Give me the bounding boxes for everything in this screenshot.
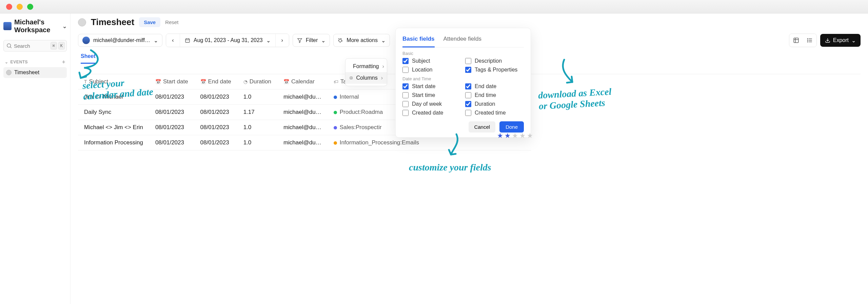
chk-end-time[interactable]: End time <box>465 92 524 98</box>
chk-subject[interactable]: Subject <box>402 58 461 64</box>
svg-point-14 <box>807 40 808 41</box>
chevron-right-icon: › <box>382 63 384 69</box>
list-icon <box>807 37 813 43</box>
page-title: Timesheet <box>91 17 134 27</box>
cell-start: 08/01/2023 <box>149 135 194 150</box>
popover-tab-attendee[interactable]: Attendee fields <box>443 34 481 47</box>
cell-end: 08/01/2023 <box>194 135 237 150</box>
star-icon[interactable]: ★ <box>527 131 533 140</box>
dot-icon <box>78 18 86 26</box>
cancel-button[interactable]: Cancel <box>469 121 495 133</box>
cell-start: 08/01/2023 <box>149 105 194 120</box>
calendar-icon <box>185 38 190 43</box>
mac-titlebar <box>0 0 868 14</box>
cell-subject: Michael <> Jim <> Erin <box>78 120 149 135</box>
star-icon[interactable]: ★ <box>505 131 511 140</box>
list-view-button[interactable] <box>803 34 816 47</box>
calendar-email: michael@dunder-miff… <box>93 37 150 43</box>
fullscreen-icon[interactable] <box>27 4 33 10</box>
filter-icon <box>297 38 302 43</box>
cell-end: 08/01/2023 <box>194 105 237 120</box>
export-button[interactable]: Export ⌄ <box>820 34 861 47</box>
cell-end: 08/01/2023 <box>194 89 237 105</box>
chk-created-date[interactable]: Created date <box>402 110 461 116</box>
annotation: download as Excel or Google Sheets <box>538 86 612 112</box>
save-button[interactable]: Save <box>139 17 160 27</box>
more-actions-menu: Formatting › Columns › <box>345 58 387 86</box>
filter-button[interactable]: Filter ⌄ <box>293 34 330 47</box>
cell-duration: 1.17 <box>237 105 277 120</box>
svg-point-0 <box>7 44 11 47</box>
chevron-down-icon: ⌄ <box>321 37 326 44</box>
cell-end: 08/01/2023 <box>194 120 237 135</box>
sidebar: Michael's Workspace ⌄ ⌘ K ⌄ EVENTS + Tim… <box>0 14 71 304</box>
menu-formatting[interactable]: Formatting › <box>346 61 387 72</box>
sidebar-item-timesheet[interactable]: Timesheet <box>3 67 67 78</box>
svg-rect-2 <box>185 39 190 42</box>
menu-columns[interactable]: Columns › <box>346 72 387 84</box>
prev-button[interactable]: ‹ <box>166 34 180 47</box>
chk-tags[interactable]: Tags & Properties <box>465 67 524 73</box>
svg-rect-7 <box>794 38 798 43</box>
col-calendar[interactable]: 📅Calendar <box>277 74 328 89</box>
close-icon[interactable] <box>6 4 12 10</box>
sidebar-section-events[interactable]: ⌄ EVENTS + <box>5 59 65 65</box>
date-range-control: ‹ Aug 01, 2023 - Aug 31, 2023 ⌄ › <box>166 34 289 47</box>
annotation-arrow <box>559 58 579 88</box>
reset-button[interactable]: Reset <box>165 19 178 25</box>
group-datetime: Date and Time <box>402 76 524 81</box>
chk-location[interactable]: Location <box>402 67 461 73</box>
cell-calendar: michael@du… <box>277 89 328 105</box>
annotation-arrow <box>74 47 104 81</box>
cell-start: 08/01/2023 <box>149 89 194 105</box>
calendar-account-picker[interactable]: michael@dunder-miff… ⌄ <box>78 34 162 47</box>
popover-tab-basic[interactable]: Basic fields <box>402 34 435 47</box>
rating-stars[interactable]: ★ ★ ★ ★ ★ <box>497 131 533 140</box>
avatar <box>3 22 12 30</box>
svg-marker-6 <box>298 39 302 43</box>
table-icon <box>793 37 799 43</box>
plus-icon[interactable]: + <box>62 59 65 65</box>
col-duration[interactable]: ◔Duration <box>237 74 277 89</box>
cell-calendar: michael@du… <box>277 135 328 150</box>
svg-line-1 <box>10 47 11 48</box>
search-wrap: ⌘ K <box>3 40 67 52</box>
done-button[interactable]: Done <box>499 121 524 133</box>
chk-description[interactable]: Description <box>465 58 524 64</box>
chevron-right-icon: › <box>381 75 383 81</box>
header: Timesheet Save Reset <box>78 17 861 27</box>
wand-icon <box>338 38 343 43</box>
download-icon <box>825 38 830 43</box>
chk-start-date[interactable]: Start date <box>402 83 461 89</box>
svg-point-15 <box>807 42 808 42</box>
star-icon[interactable]: ★ <box>512 131 518 140</box>
view-toggle <box>789 34 817 47</box>
chevron-down-icon: ⌄ <box>62 23 67 29</box>
annotation-arrow <box>443 132 463 159</box>
col-end-date[interactable]: 📅End date <box>194 74 237 89</box>
workspace-name: Michael's Workspace <box>14 18 60 34</box>
next-button[interactable]: › <box>275 34 289 47</box>
star-icon[interactable]: ★ <box>497 131 503 140</box>
chk-day-of-week[interactable]: Day of week <box>402 101 461 107</box>
search-icon <box>6 43 12 49</box>
columns-popover: Basic fields Attendee fields Basic Subje… <box>395 28 531 138</box>
chk-created-time[interactable]: Created time <box>465 110 524 116</box>
annotation: customize your fields <box>409 162 491 173</box>
columns-icon <box>350 75 353 81</box>
minimize-icon[interactable] <box>17 4 23 10</box>
chevron-down-icon: ⌄ <box>381 37 386 44</box>
cell-duration: 1.0 <box>237 89 277 105</box>
more-actions-button[interactable]: More actions ⌄ <box>333 34 390 47</box>
chk-duration[interactable]: Duration <box>465 101 524 107</box>
star-icon[interactable]: ★ <box>519 131 526 140</box>
grid-view-button[interactable] <box>789 34 803 47</box>
chevron-down-icon: ⌄ <box>5 60 8 64</box>
chk-start-time[interactable]: Start time <box>402 92 461 98</box>
search-shortcut: ⌘ K <box>51 42 65 49</box>
chk-end-date[interactable]: End date <box>465 83 524 89</box>
cell-subject: Daily Sync <box>78 105 149 120</box>
col-start-date[interactable]: 📅Start date <box>149 74 194 89</box>
workspace-switcher[interactable]: Michael's Workspace ⌄ <box>3 18 67 34</box>
date-range-picker[interactable]: Aug 01, 2023 - Aug 31, 2023 ⌄ <box>180 34 275 47</box>
